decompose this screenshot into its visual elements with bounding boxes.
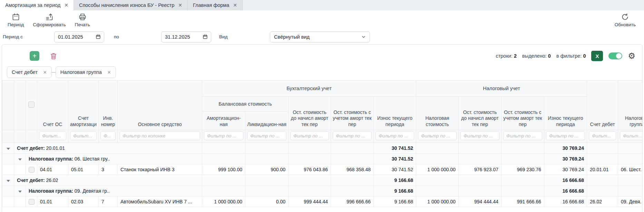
filter-input-bu-iznos[interactable] [375,131,414,140]
filter-input-bu-amort[interactable] [204,131,243,140]
period-filter-row: Период с 01.01.2025 по 31.12.2025 Вид Св… [0,29,644,44]
rows-count: строки: 2 [496,53,517,59]
col-header-nu-iznos[interactable]: Износ текущего периода [544,97,587,130]
cell-bu_ost_do: 999 444.44 [289,196,331,207]
close-icon[interactable]: ✕ [43,70,47,75]
filter-input-nu-ost-do[interactable] [460,131,499,140]
checkbox-cell [26,196,37,207]
filter-toggle[interactable] [608,52,622,59]
chip-connector [52,72,56,73]
cell-bu_likvid [245,143,289,154]
filter-input-bu-likvid[interactable] [247,131,286,140]
add-row-button[interactable]: + [30,51,39,61]
col-header-nu-ost-s[interactable]: Ост. стоимость с учетом аморт тек пер [501,97,544,130]
cell-nu_stoimost [416,186,459,196]
excel-export-button[interactable]: X [591,51,603,61]
col-header-bu-amort[interactable]: Амортизацион-ная [202,112,245,130]
print-button[interactable]: Печать [75,13,90,27]
col-header-bu-ost-do[interactable]: Ост. стоимость до начисл аморт тек пер [289,97,331,130]
col-header-bu-ost-s[interactable]: Ост. стоимость с учетом аморт тек пер [331,97,374,130]
filter-input-schet-os[interactable] [39,131,66,140]
period-button[interactable]: Период [8,13,24,27]
col-header-bu-likvid[interactable]: Ликвидацион-ная [245,112,289,130]
tab-main-form[interactable]: Главная форма ✕ [188,0,243,10]
cell-nu_iznos: 30 769.24 [544,154,587,164]
cell-inv: 7 [99,196,118,207]
col-header-nalog-gruppa[interactable]: Налоговая группа [618,80,643,130]
cell-bu_ost_s [331,154,374,164]
filter-input-os[interactable] [119,131,200,140]
filter-input-inv[interactable] [100,131,116,140]
col-header-nu-ost-do[interactable]: Ост. стоимость до начисл аморт тек пер [459,97,501,130]
generate-button[interactable]: Сформировать [33,13,66,27]
cell-bu_ost_do [289,143,331,154]
close-icon[interactable]: ✕ [233,3,237,8]
tab-amortization-period[interactable]: Амортизация за период ✕ [0,0,74,10]
cell-bu_iznos: 30 741.52 [374,143,416,154]
cell-bu_ost_s: 996 666.66 [331,196,374,207]
period-from-input[interactable]: 01.01.2025 [54,31,104,42]
close-icon[interactable]: ✕ [64,3,68,8]
settings-gear-icon[interactable]: ⚙ [628,52,635,60]
filter-input-nu-stoimost[interactable] [418,131,457,140]
cell-schet_os: 04.01 [37,164,68,175]
row-checkbox[interactable] [29,199,35,205]
cell-nu_ost_s: 991 666.66 [501,196,544,207]
group-chip-nalog-gruppa[interactable]: Налоговая группа ✕ [56,66,116,78]
cell-bu_ost_do [289,154,331,164]
group-chip-schet-debet[interactable]: Счет дебет ✕ [7,66,52,78]
col-header-inv[interactable]: Инв. номер [99,80,118,130]
filter-row [2,130,643,143]
cell-nu_ost_do [459,143,501,154]
cell-bu_amort [202,154,245,164]
calendar-icon [203,34,208,39]
filter-input-nalog-gruppa[interactable] [620,131,643,140]
expander-cell [14,164,26,175]
col-header-schet-debet[interactable]: Счет дебет [587,80,618,130]
selected-count: выделено: 0 [522,53,551,59]
cell-nalog_gruppa: 06. Шест. [618,164,643,175]
chevron-down-icon [361,35,366,39]
table-row: 01.0102.037АвтомобильSubaru XV ИНВ 7 ...… [2,196,643,207]
row-checkbox[interactable] [29,167,35,173]
cell-nu_stoimost [416,154,459,164]
cell-bu_ost_s: 968 358.48 [331,164,374,175]
filter-input-schet-amort[interactable] [70,131,97,140]
cell-bu_iznos: 9 166.68 [374,186,416,196]
col-header-schet-amort[interactable]: Счет амортизаци [68,80,99,130]
tab-label: Амортизация за период [5,2,60,8]
refresh-button[interactable]: Обновить [615,13,636,27]
close-icon[interactable]: ✕ [107,70,111,75]
col-header-nu-stoimost[interactable]: Налоговая стоимость [416,97,459,130]
cell-nu_iznos: 16 666.68 [544,186,587,196]
collapse-arrow-icon[interactable] [7,180,10,182]
tab-wear-methods[interactable]: Способы начисления износа БУ - Реестр ✕ [74,0,188,10]
filter-input-nu-iznos[interactable] [546,131,585,140]
collapse-arrow-icon[interactable] [18,191,22,193]
delete-row-button[interactable] [50,52,57,60]
cell-nu_ost_do [459,175,501,186]
cell-bu_iznos: 9 166.68 [374,175,416,186]
select-all-checkbox[interactable] [28,102,35,108]
filter-input-bu-ost-s[interactable] [333,131,372,140]
main-toolbar: Период Сформировать Печать Обновить [0,10,644,29]
grid-toolbar: + строки: 2 выделено: 0 в фильтре: 0 X ⚙ [2,51,642,61]
col-header-bu-iznos[interactable]: Износ текущего периода [374,97,416,130]
cell-nu_ost_s [501,175,544,186]
filter-input-bu-ost-do[interactable] [290,131,329,140]
collapse-arrow-icon[interactable] [18,158,22,161]
refresh-icon [621,13,629,21]
expander-cell [14,154,26,164]
filter-input-schet-debet[interactable] [589,131,616,140]
filter-input-nu-ost-s[interactable] [503,131,542,140]
period-to-input[interactable]: 31.12.2025 [161,31,211,42]
close-icon[interactable]: ✕ [178,3,182,8]
cell-nalog_gruppa [618,186,643,196]
cell-bu_iznos: 30 741.52 [374,154,416,164]
chip-label: Налоговая группа [60,69,102,75]
cell-nu_ost_s [501,143,544,154]
collapse-arrow-icon[interactable] [7,148,10,150]
view-select[interactable]: Свёрнутый вид [270,31,370,42]
col-header-schet-os[interactable]: Счет ОС [37,80,68,130]
col-header-os[interactable]: Основное средство [118,80,202,130]
